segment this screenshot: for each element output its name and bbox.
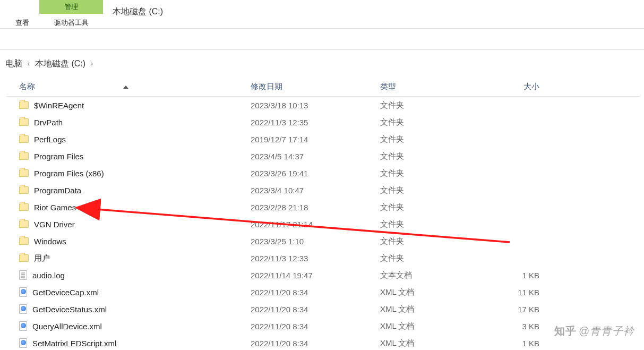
file-name: GetDeviceCap.xml <box>32 288 99 297</box>
file-name: ProgramData <box>34 186 81 195</box>
folder-icon <box>19 169 29 177</box>
file-name: GetDeviceStatus.xml <box>32 305 107 314</box>
cell-type: 文件夹 <box>380 151 486 161</box>
chevron-right-icon: › <box>89 60 95 67</box>
file-row[interactable]: Riot Games2023/2/28 21:18文件夹 <box>6 199 640 216</box>
file-name: 用户 <box>34 253 50 263</box>
file-row[interactable]: $WinREAgent2023/3/18 10:13文件夹 <box>6 97 640 114</box>
file-name: QueryAllDevice.xml <box>32 322 102 331</box>
file-name: Windows <box>34 237 66 246</box>
cell-date: 2023/3/25 1:10 <box>251 237 380 246</box>
ribbon: 查看 管理 驱动器工具 本地磁盘 (C:) <box>0 0 644 29</box>
cell-date: 2023/4/5 14:37 <box>251 152 380 161</box>
column-header-date[interactable]: 修改日期 <box>251 82 380 92</box>
file-row[interactable]: QueryAllDevice.xml2022/11/20 8:34XML 文档3… <box>6 318 640 335</box>
cell-size: 1 KB <box>486 271 561 280</box>
file-name: Program Files <box>34 152 83 161</box>
ribbon-tab-manage[interactable]: 管理 <box>39 0 103 14</box>
file-row[interactable]: 用户2022/11/3 12:33文件夹 <box>6 250 640 267</box>
file-row[interactable]: SetMatrixLEDScript.xml2022/11/20 8:34XML… <box>6 335 640 350</box>
cell-type: XML 文档 <box>380 338 486 348</box>
watermark-text: @青青子衿 <box>579 324 634 338</box>
cell-type: 文件夹 <box>380 134 486 144</box>
folder-icon <box>19 101 29 109</box>
folder-icon <box>19 118 29 126</box>
cell-size: 17 KB <box>486 305 561 314</box>
ribbon-tab-drive-tools[interactable]: 驱动器工具 <box>54 14 89 28</box>
file-row[interactable]: VGN Driver2022/11/17 21:14文件夹 <box>6 216 640 233</box>
folder-icon <box>19 254 29 262</box>
chevron-right-icon: › <box>25 60 32 67</box>
zhihu-logo-icon: 知乎 <box>554 324 577 338</box>
file-row[interactable]: audio.log2022/11/14 19:47文本文档1 KB <box>6 267 640 284</box>
cell-type: 文件夹 <box>380 253 486 263</box>
file-list-area: 名称 修改日期 类型 大小 $WinREAgent2023/3/18 10:13… <box>0 78 644 350</box>
file-name: $WinREAgent <box>34 101 84 110</box>
columns-header: 名称 修改日期 类型 大小 <box>6 78 640 97</box>
column-header-size-label: 大小 <box>523 82 539 91</box>
folder-icon <box>19 203 29 211</box>
cell-date: 2022/11/3 12:35 <box>251 118 380 127</box>
file-row[interactable]: GetDeviceStatus.xml2022/11/20 8:34XML 文档… <box>6 301 640 318</box>
column-header-type[interactable]: 类型 <box>380 82 486 92</box>
breadcrumb-item-label: 电脑 <box>5 58 22 70</box>
cell-name: 用户 <box>6 253 251 263</box>
cell-date: 2022/11/20 8:34 <box>251 322 380 331</box>
column-header-size[interactable]: 大小 <box>486 82 561 92</box>
breadcrumb[interactable]: 电脑 › 本地磁盘 (C:) › <box>0 50 644 78</box>
file-row[interactable]: ProgramData2023/3/4 10:47文件夹 <box>6 182 640 199</box>
cell-date: 2022/11/20 8:34 <box>251 305 380 314</box>
file-name: DrvPath <box>34 118 63 127</box>
cell-name: QueryAllDevice.xml <box>6 321 251 331</box>
file-name: SetMatrixLEDScript.xml <box>32 339 116 348</box>
file-row[interactable]: Program Files2023/4/5 14:37文件夹 <box>6 148 640 165</box>
window-title: 本地磁盘 (C:) <box>103 0 163 28</box>
xml-file-icon <box>19 321 27 331</box>
column-header-type-label: 类型 <box>380 82 396 91</box>
cell-date: 2022/11/17 21:14 <box>251 220 380 229</box>
file-row[interactable]: Windows2023/3/25 1:10文件夹 <box>6 233 640 250</box>
folder-icon <box>19 152 29 160</box>
file-row[interactable]: PerfLogs2019/12/7 17:14文件夹 <box>6 131 640 148</box>
file-name: audio.log <box>32 271 65 280</box>
cell-type: 文件夹 <box>380 168 486 178</box>
file-name: Riot Games <box>34 203 76 212</box>
cell-date: 2022/11/3 12:33 <box>251 254 380 263</box>
file-row[interactable]: Program Files (x86)2023/3/26 19:41文件夹 <box>6 165 640 182</box>
cell-type: 文件夹 <box>380 236 486 246</box>
cell-name: Program Files (x86) <box>6 169 251 178</box>
column-header-name[interactable]: 名称 <box>6 82 251 92</box>
cell-name: Riot Games <box>6 203 251 212</box>
folder-icon <box>19 220 29 228</box>
file-row[interactable]: DrvPath2022/11/3 12:35文件夹 <box>6 114 640 131</box>
cell-name: SetMatrixLEDScript.xml <box>6 338 251 348</box>
xml-file-icon <box>19 304 27 314</box>
column-header-date-label: 修改日期 <box>251 82 282 91</box>
cell-size: 1 KB <box>486 339 561 348</box>
sort-ascending-icon <box>123 86 128 89</box>
address-strip <box>0 29 644 50</box>
text-file-icon <box>19 270 27 280</box>
breadcrumb-item[interactable]: 本地磁盘 (C:) <box>32 56 89 72</box>
xml-file-icon <box>19 287 27 297</box>
cell-date: 2023/3/18 10:13 <box>251 101 380 110</box>
ribbon-tab-drive-tools-label: 驱动器工具 <box>54 19 89 27</box>
folder-icon <box>19 186 29 194</box>
watermark: 知乎 @青青子衿 <box>554 324 634 338</box>
xml-file-icon <box>19 338 27 348</box>
window-title-label: 本地磁盘 (C:) <box>113 7 163 16</box>
ribbon-tab-view[interactable]: 查看 <box>0 0 39 28</box>
cell-date: 2023/3/26 19:41 <box>251 169 380 178</box>
ribbon-tab-manage-group: 管理 驱动器工具 <box>39 0 103 28</box>
cell-name: GetDeviceCap.xml <box>6 287 251 297</box>
folder-icon <box>19 135 29 143</box>
cell-type: 文件夹 <box>380 202 486 212</box>
cell-date: 2022/11/14 19:47 <box>251 271 380 280</box>
file-row[interactable]: GetDeviceCap.xml2022/11/20 8:34XML 文档11 … <box>6 284 640 301</box>
cell-name: PerfLogs <box>6 135 251 144</box>
cell-type: 文件夹 <box>380 100 486 110</box>
breadcrumb-item[interactable]: 电脑 <box>2 56 25 72</box>
cell-name: audio.log <box>6 270 251 280</box>
cell-date: 2023/2/28 21:18 <box>251 203 380 212</box>
cell-type: 文件夹 <box>380 185 486 195</box>
